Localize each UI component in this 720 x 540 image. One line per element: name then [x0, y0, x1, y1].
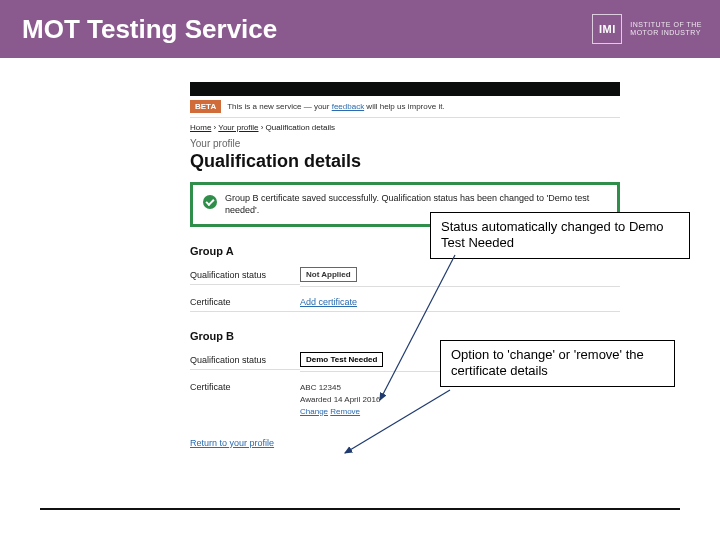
group-a-cert-label: Certificate: [190, 297, 300, 312]
add-certificate-link[interactable]: Add certificate: [300, 297, 357, 307]
feedback-link[interactable]: feedback: [332, 102, 364, 111]
group-a-cert-row: Certificate Add certificate: [190, 297, 620, 312]
group-a-status-row: Qualification status Not Applied: [190, 267, 620, 287]
callout-status: Status automatically changed to Demo Tes…: [430, 212, 690, 259]
slide-header: MOT Testing Service IMI INSTITUTE OF THE…: [0, 0, 720, 58]
remove-link[interactable]: Remove: [330, 407, 360, 416]
screenshot-panel: BETA This is a new service — your feedba…: [190, 82, 620, 448]
slide-title: MOT Testing Service: [22, 14, 277, 45]
return-link[interactable]: Return to your profile: [190, 438, 274, 448]
beta-banner: BETA This is a new service — your feedba…: [190, 96, 620, 118]
brand-block: IMI INSTITUTE OF THE MOTOR INDUSTRY: [592, 14, 702, 44]
change-link[interactable]: Change: [300, 407, 328, 416]
crumb-home[interactable]: Home: [190, 123, 211, 132]
brand-text: INSTITUTE OF THE MOTOR INDUSTRY: [630, 21, 702, 36]
crumb-current: Qualification details: [266, 123, 335, 132]
brand-text-line2: MOTOR INDUSTRY: [630, 29, 702, 37]
group-a-status-label: Qualification status: [190, 270, 300, 285]
group-b-status-badge: Demo Test Needed: [300, 352, 383, 367]
group-b-cert-row: Certificate ABC 12345 Awarded 14 April 2…: [190, 382, 620, 419]
beta-text: This is a new service — your feedback wi…: [227, 102, 444, 111]
beta-badge: BETA: [190, 100, 221, 113]
content-wrap: BETA This is a new service — your feedba…: [40, 82, 680, 448]
bottom-rule: [40, 508, 680, 510]
group-b-status-label: Qualification status: [190, 355, 300, 370]
group-a-status-badge: Not Applied: [300, 267, 357, 282]
govuk-topbar: [190, 82, 620, 96]
callout-change-remove: Option to 'change' or 'remove' the certi…: [440, 340, 675, 387]
page-title: Qualification details: [190, 151, 620, 172]
breadcrumb: Home › Your profile › Qualification deta…: [190, 118, 620, 132]
section-label: Your profile: [190, 138, 620, 149]
imi-logo: IMI: [592, 14, 622, 44]
tick-icon: [203, 195, 217, 209]
crumb-profile[interactable]: Your profile: [218, 123, 258, 132]
brand-text-line1: INSTITUTE OF THE: [630, 21, 702, 29]
cert-awarded: Awarded 14 April 2016: [300, 394, 620, 405]
group-b-cert-label: Certificate: [190, 382, 300, 396]
